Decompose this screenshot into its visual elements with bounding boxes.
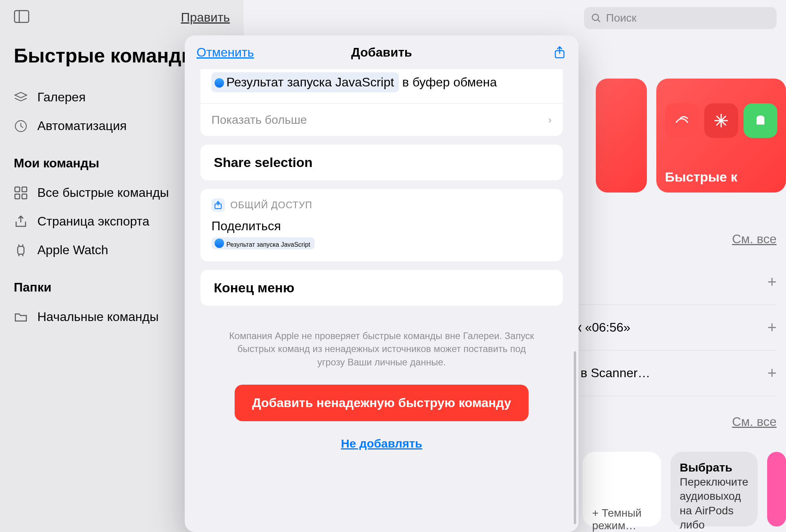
safari-icon: [215, 238, 224, 248]
mini-card-audio[interactable]: Выбрать Переключите аудиовыход на AirPod…: [670, 452, 758, 526]
card-label: + Темный режим…: [592, 507, 642, 532]
share-selection-section: Share selection: [200, 145, 563, 180]
sidebar-item-label: Начальные команды: [37, 310, 159, 324]
action-card-share: ОБЩИЙ ДОСТУП Поделиться Результат запуск…: [200, 189, 563, 261]
sidebar-item-label: Галерея: [37, 90, 86, 105]
card-title: Выбрать: [680, 460, 748, 475]
share-icon[interactable]: [553, 45, 567, 59]
add-icon[interactable]: +: [768, 364, 777, 382]
scroll-indicator[interactable]: [574, 351, 576, 524]
sidebar-item-label: Apple Watch: [37, 243, 108, 257]
dont-add-link[interactable]: Не добавлять: [200, 437, 563, 450]
show-more-row[interactable]: Показать больше ›: [200, 103, 563, 136]
add-icon[interactable]: +: [768, 273, 777, 291]
tile-icon: [744, 103, 777, 138]
sidebar-toggle-icon[interactable]: [14, 10, 29, 25]
svg-point-8: [592, 14, 599, 20]
add-icon[interactable]: +: [768, 319, 777, 336]
search-placeholder: Поиск: [606, 12, 637, 24]
cancel-button[interactable]: Отменить: [196, 45, 254, 60]
mini-card[interactable]: [767, 452, 786, 526]
shortcut-card[interactable]: Быстрые к: [656, 79, 786, 193]
tile-icon: [704, 103, 738, 138]
svg-rect-6: [22, 194, 27, 199]
share-title: Поделиться: [211, 219, 552, 233]
action-text: Результат запуска JavaScript в буфер обм…: [200, 69, 563, 103]
add-shortcut-modal: Отменить Добавить Результат запуска Java…: [185, 35, 578, 532]
tile-icon: [665, 103, 699, 138]
modal-title: Добавить: [351, 45, 412, 60]
shortcut-card[interactable]: [596, 79, 647, 193]
action-card-clipboard: Результат запуска JavaScript в буфер обм…: [200, 69, 563, 136]
card-sub: Переключите аудиовыход на AirPods либо у…: [680, 475, 748, 532]
edit-link[interactable]: Править: [181, 10, 230, 25]
show-more-label: Показать больше: [211, 113, 307, 127]
sidebar-item-label: Страница экспорта: [37, 214, 149, 229]
js-result-pill[interactable]: Результат запуска JavaScript: [211, 237, 315, 249]
share-access-label: ОБЩИЙ ДОСТУП: [230, 200, 312, 211]
svg-rect-3: [15, 187, 20, 192]
js-result-pill[interactable]: Результат запуска JavaScript: [211, 72, 399, 92]
svg-rect-7: [18, 246, 24, 254]
svg-rect-4: [22, 187, 27, 192]
search-icon: [591, 13, 601, 23]
modal-header: Отменить Добавить: [185, 35, 578, 69]
see-all-link[interactable]: См. все: [732, 415, 777, 429]
svg-rect-5: [15, 194, 20, 199]
disclaimer-text: Компания Apple не проверяет быстрые кома…: [200, 329, 563, 369]
chevron-right-icon: ›: [548, 114, 552, 126]
card-title: Быстрые к: [665, 169, 777, 185]
end-menu-section: Конец меню: [200, 270, 563, 306]
add-untrusted-button[interactable]: Добавить ненадежную быструю команду: [235, 385, 528, 421]
share-box-icon: [211, 198, 225, 212]
see-all-link[interactable]: См. все: [732, 232, 777, 246]
svg-rect-0: [15, 11, 29, 22]
safari-icon: [215, 78, 224, 88]
search-input[interactable]: Поиск: [584, 7, 777, 29]
sidebar-item-label: Все быстрые команды: [37, 185, 169, 200]
mini-card-dark[interactable]: + Темный режим…: [583, 452, 661, 526]
sidebar-item-label: Автоматизация: [37, 119, 127, 133]
